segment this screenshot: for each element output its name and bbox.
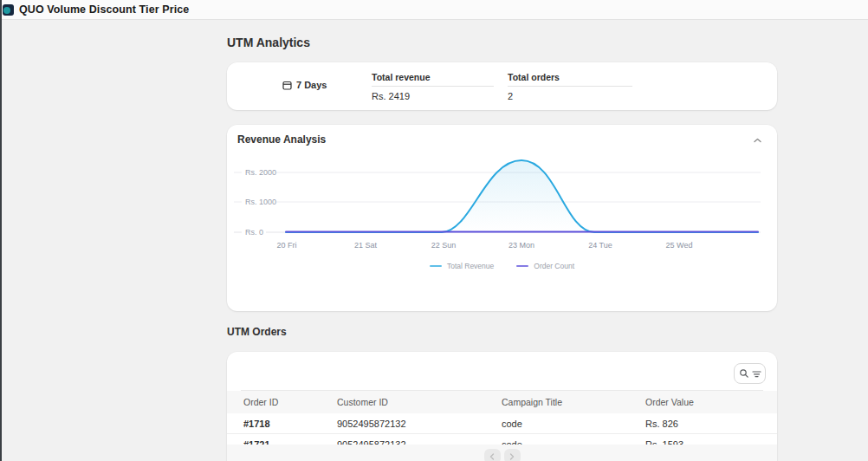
chart-legend: Total Revenue Order Count: [227, 262, 777, 270]
revenue-chart[interactable]: Rs. 2000 Rs. 1000 Rs. 0 20 Fri 21 Sat 22…: [227, 158, 777, 262]
filter-icon: [752, 369, 761, 379]
legend-label: Total Revenue: [447, 262, 494, 270]
stat-total-revenue: Total revenue Rs. 2419: [372, 72, 494, 101]
legend-swatch-revenue: [430, 265, 442, 267]
top-bar: QUO Volume Discount Tier Price: [0, 0, 868, 20]
date-range-selector[interactable]: 7 Days: [282, 80, 327, 90]
stat-total-orders: Total orders 2: [508, 72, 632, 101]
table-cell: Rs. 826: [645, 419, 777, 429]
x-tick-label: 25 Wed: [666, 241, 693, 250]
revenue-analysis-card: Revenue Analysis Rs. 2000 Rs. 1000 Rs. 0: [227, 125, 777, 311]
column-header[interactable]: Order Value: [645, 397, 777, 407]
date-range-label: 7 Days: [296, 80, 327, 90]
calendar-icon: [282, 81, 292, 90]
orders-heading: UTM Orders: [227, 326, 287, 338]
stat-label: Total orders: [508, 72, 632, 87]
y-tick-label: Rs. 1000: [245, 198, 276, 206]
table-header-row: Order ID Customer ID Campaign Title Orde…: [227, 391, 777, 413]
x-tick-label: 20 Fri: [276, 241, 296, 250]
analytics-heading: UTM Analytics: [227, 36, 310, 49]
stat-value: 2: [508, 91, 632, 101]
y-axis-ticks: Rs. 2000 Rs. 1000 Rs. 0: [242, 167, 276, 237]
table-cell: code: [502, 419, 645, 429]
x-axis-ticks: 20 Fri 21 Sat 22 Sun 23 Mon 24 Tue 25 We…: [276, 241, 692, 250]
collapse-button[interactable]: [751, 134, 763, 146]
stat-label: Total revenue: [372, 72, 494, 87]
x-tick-label: 22 Sun: [431, 241, 457, 250]
column-header[interactable]: Customer ID: [337, 397, 502, 407]
y-tick-label: Rs. 0: [245, 228, 263, 237]
pagination-bar: [227, 445, 777, 461]
legend-item-order-count[interactable]: Order Count: [516, 262, 574, 270]
search-filter-button[interactable]: [734, 363, 766, 384]
chevron-left-icon: [489, 453, 495, 460]
table-cell: 9052495872132: [337, 419, 502, 429]
page-title: QUO Volume Discount Tier Price: [19, 3, 189, 16]
x-tick-label: 24 Tue: [588, 241, 612, 250]
column-header[interactable]: Campaign Title: [502, 397, 645, 407]
chevron-up-icon: [754, 138, 761, 143]
previous-page-button[interactable]: [484, 449, 501, 461]
table-cell: #1718: [227, 419, 337, 429]
search-icon: [739, 368, 749, 379]
app-logo-icon: [3, 4, 14, 16]
column-header[interactable]: Order ID: [227, 397, 337, 407]
utm-orders-card: Order ID Customer ID Campaign Title Orde…: [227, 352, 777, 461]
stat-value: Rs. 2419: [372, 91, 494, 101]
legend-swatch-orders: [516, 265, 528, 267]
window-left-edge: [0, 0, 2, 461]
next-page-button[interactable]: [504, 449, 521, 461]
x-tick-label: 23 Mon: [508, 241, 534, 250]
legend-item-total-revenue[interactable]: Total Revenue: [430, 262, 494, 270]
table-row[interactable]: #17189052495872132codeRs. 826: [227, 413, 777, 434]
chart-title: Revenue Analysis: [237, 133, 326, 146]
legend-label: Order Count: [534, 262, 574, 270]
chevron-right-icon: [509, 453, 515, 460]
revenue-area-fill: [286, 160, 758, 232]
y-tick-label: Rs. 2000: [245, 168, 276, 177]
x-tick-label: 21 Sat: [354, 241, 378, 250]
analytics-stats-card: 7 Days Total revenue Rs. 2419 Total orde…: [227, 62, 777, 110]
